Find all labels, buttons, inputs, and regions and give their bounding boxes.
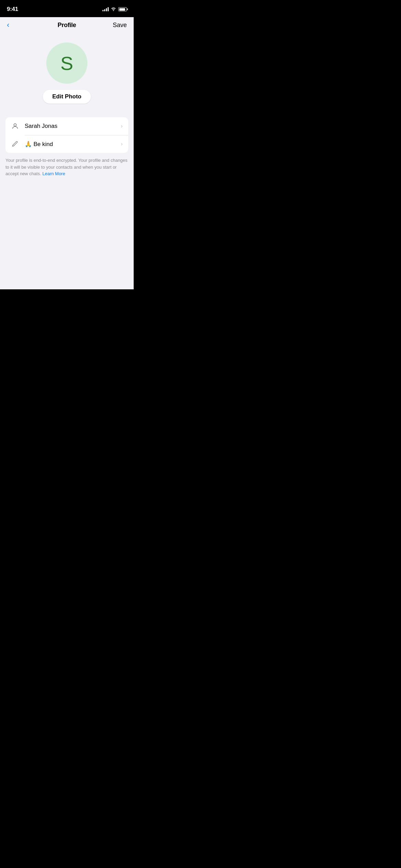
avatar[interactable]: S <box>46 43 87 84</box>
person-icon <box>11 122 19 130</box>
svg-point-0 <box>14 124 16 126</box>
page-title: Profile <box>58 22 76 29</box>
info-card: Sarah Jonas › 🙏 Be kind › <box>5 117 128 153</box>
status-icons <box>102 7 127 12</box>
back-chevron-icon: ‹ <box>7 21 9 29</box>
status-bar: 9:41 <box>0 0 134 17</box>
back-button[interactable]: ‹ <box>7 21 22 29</box>
save-button[interactable]: Save <box>112 22 127 29</box>
avatar-letter: S <box>60 52 73 74</box>
name-text: Sarah Jonas <box>25 123 121 130</box>
status-row[interactable]: 🙏 Be kind › <box>5 135 128 153</box>
wifi-icon <box>111 7 116 12</box>
nav-bar: ‹ Profile Save <box>0 17 134 32</box>
status-time: 9:41 <box>7 6 18 13</box>
name-chevron-icon: › <box>121 123 123 130</box>
status-chevron-icon: › <box>121 141 123 147</box>
battery-icon <box>118 7 127 11</box>
signal-bars-icon <box>102 7 109 11</box>
disclaimer-text: Your profile is end-to-end encrypted. Yo… <box>5 157 128 177</box>
name-row[interactable]: Sarah Jonas › <box>5 117 128 135</box>
learn-more-link[interactable]: Learn More <box>42 171 65 176</box>
status-text: 🙏 Be kind <box>25 141 121 148</box>
edit-photo-button[interactable]: Edit Photo <box>43 90 91 104</box>
content-area: ‹ Profile Save S Edit Photo Sara <box>0 17 134 289</box>
pencil-icon <box>11 140 19 148</box>
avatar-section: S Edit Photo <box>0 32 134 110</box>
